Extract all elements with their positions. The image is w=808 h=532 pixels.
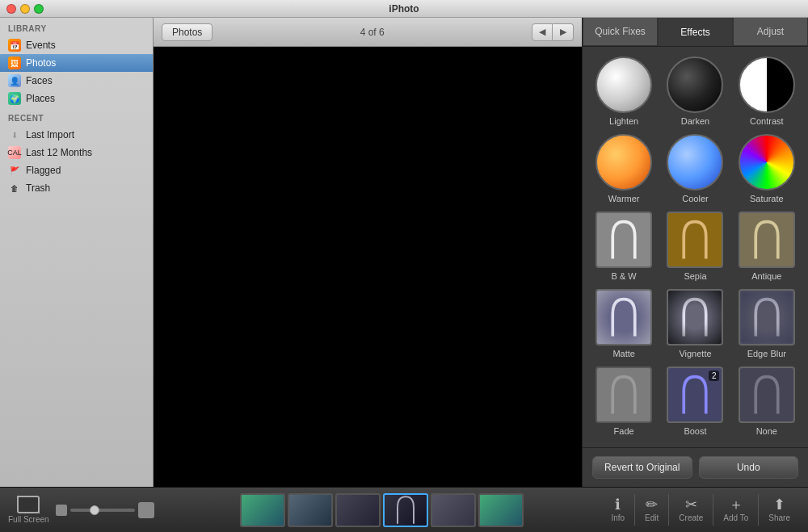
vignette-label: Vignette bbox=[679, 349, 711, 358]
contrast-label: Contrast bbox=[750, 116, 784, 126]
filmstrip-thumb-4[interactable] bbox=[383, 493, 428, 527]
tab-quick-fixes[interactable]: Quick Fixes bbox=[583, 18, 658, 46]
photos-nav-button[interactable]: Photos bbox=[162, 23, 213, 41]
fullscreen-button[interactable]: Full Screen bbox=[8, 496, 49, 524]
next-photo-button[interactable]: ▶ bbox=[553, 23, 574, 41]
sidebar-item-faces[interactable]: 👤 Faces bbox=[0, 72, 153, 90]
effect-none[interactable]: None bbox=[739, 367, 795, 436]
undo-button[interactable]: Undo bbox=[699, 456, 799, 479]
addto-label: Add To bbox=[723, 513, 748, 522]
sidebar-faces-label: Faces bbox=[26, 75, 53, 86]
bottom-left-controls: Full Screen bbox=[8, 496, 162, 524]
main-layout: LIBRARY 📅 Events 🖼 Photos 👤 Faces 🌍 Plac… bbox=[0, 18, 808, 487]
effect-saturate[interactable]: Saturate bbox=[739, 134, 795, 203]
effect-contrast[interactable]: Contrast bbox=[739, 57, 795, 126]
prev-photo-button[interactable]: ◀ bbox=[532, 23, 553, 41]
fullscreen-icon bbox=[17, 496, 40, 513]
sidebar-item-events[interactable]: 📅 Events bbox=[0, 36, 153, 54]
zoom-small-icon bbox=[56, 505, 67, 516]
sepia-thumb bbox=[667, 212, 723, 268]
effects-row-1: Lighten Darken Contrast bbox=[592, 57, 798, 126]
minimize-button[interactable] bbox=[20, 4, 30, 14]
none-label: None bbox=[756, 426, 777, 436]
maximize-button[interactable] bbox=[34, 4, 44, 14]
last12-icon: CAL bbox=[8, 146, 21, 159]
saturate-ball bbox=[739, 134, 795, 191]
close-button[interactable] bbox=[6, 4, 16, 14]
revert-button[interactable]: Revert to Original bbox=[592, 456, 692, 479]
zoom-slider[interactable] bbox=[70, 509, 135, 512]
effect-edgeblur[interactable]: Edge Blur bbox=[739, 289, 795, 358]
effects-panel: Lighten Darken Contrast Warmer bbox=[583, 47, 808, 447]
effect-cooler[interactable]: Cooler bbox=[667, 134, 723, 203]
create-button[interactable]: ✂ Create bbox=[669, 494, 713, 526]
library-label: LIBRARY bbox=[0, 18, 153, 36]
vignette-thumb bbox=[667, 289, 723, 346]
effect-matte[interactable]: Matte bbox=[595, 289, 652, 358]
sidebar: LIBRARY 📅 Events 🖼 Photos 👤 Faces 🌍 Plac… bbox=[0, 18, 154, 487]
fullscreen-label: Full Screen bbox=[8, 515, 49, 524]
effect-antique[interactable]: Antique bbox=[739, 212, 795, 281]
zoom-thumb[interactable] bbox=[90, 505, 99, 515]
sidebar-places-label: Places bbox=[26, 93, 55, 104]
sidebar-item-photos[interactable]: 🖼 Photos bbox=[0, 54, 153, 72]
import-icon: ⬇ bbox=[8, 128, 21, 141]
sidebar-item-places[interactable]: 🌍 Places bbox=[0, 90, 153, 107]
sidebar-lastimport-label: Last Import bbox=[26, 129, 74, 140]
filmstrip-thumb-2-inner bbox=[289, 495, 331, 526]
tab-bar: Quick Fixes Effects Adjust bbox=[583, 18, 808, 47]
addto-button[interactable]: ＋ Add To bbox=[713, 494, 759, 526]
effect-bw[interactable]: B & W bbox=[595, 212, 652, 281]
edgeblur-label: Edge Blur bbox=[747, 349, 786, 358]
filmstrip-thumb-2[interactable] bbox=[288, 493, 333, 527]
edit-button[interactable]: ✏ Edit bbox=[635, 494, 669, 526]
bottom-right-icons: ℹ Info ✏ Edit ✂ Create ＋ Add To ⬆ Share bbox=[601, 494, 800, 526]
bw-label: B & W bbox=[612, 271, 637, 281]
tab-adjust[interactable]: Adjust bbox=[733, 18, 808, 46]
sidebar-item-flagged[interactable]: 🚩 Flagged bbox=[0, 161, 153, 179]
filmstrip-thumb-5[interactable] bbox=[431, 493, 476, 527]
bottom-bar: Full Screen bbox=[0, 487, 808, 532]
lighten-ball bbox=[595, 57, 652, 113]
edit-label: Edit bbox=[645, 513, 659, 522]
sidebar-item-last-import[interactable]: ⬇ Last Import bbox=[0, 126, 153, 144]
info-button[interactable]: ℹ Info bbox=[601, 494, 635, 526]
antique-thumb bbox=[739, 212, 795, 268]
window-controls[interactable] bbox=[6, 4, 44, 14]
share-button[interactable]: ⬆ Share bbox=[759, 494, 800, 526]
sidebar-events-label: Events bbox=[26, 40, 56, 51]
effect-fade[interactable]: Fade bbox=[595, 367, 652, 436]
effect-warmer[interactable]: Warmer bbox=[595, 134, 652, 203]
photo-display bbox=[154, 47, 582, 487]
boost-label: Boost bbox=[684, 426, 706, 436]
darken-label: Darken bbox=[681, 116, 709, 126]
tab-effects[interactable]: Effects bbox=[658, 18, 733, 46]
matte-thumb bbox=[595, 289, 652, 346]
filmstrip-thumb-6[interactable] bbox=[478, 493, 524, 527]
sidebar-item-trash[interactable]: 🗑 Trash bbox=[0, 179, 153, 197]
trash-icon: 🗑 bbox=[8, 182, 21, 195]
lighten-label: Lighten bbox=[609, 116, 638, 126]
share-label: Share bbox=[768, 513, 790, 522]
matte-label: Matte bbox=[612, 349, 635, 358]
effect-vignette[interactable]: Vignette bbox=[667, 289, 723, 358]
effect-darken[interactable]: Darken bbox=[667, 57, 723, 126]
boost-thumb: 2 bbox=[667, 367, 723, 423]
effects-row-2: Warmer Cooler Saturate bbox=[592, 134, 798, 203]
sidebar-item-last-12-months[interactable]: CAL Last 12 Months bbox=[0, 144, 153, 161]
antique-label: Antique bbox=[751, 271, 781, 281]
saturate-label: Saturate bbox=[750, 194, 784, 203]
filmstrip-thumb-1[interactable] bbox=[240, 493, 285, 527]
app-title: iPhoto bbox=[389, 3, 419, 15]
cooler-label: Cooler bbox=[682, 194, 708, 203]
cooler-ball bbox=[667, 134, 723, 191]
fade-label: Fade bbox=[614, 426, 634, 436]
effect-boost[interactable]: 2 Boost bbox=[667, 367, 723, 436]
effect-lighten[interactable]: Lighten bbox=[595, 57, 652, 126]
photos-icon: 🖼 bbox=[8, 57, 21, 69]
filmstrip-thumb-3[interactable] bbox=[335, 493, 381, 527]
effect-sepia[interactable]: Sepia bbox=[667, 212, 723, 281]
share-icon: ⬆ bbox=[773, 497, 785, 512]
sidebar-photos-label: Photos bbox=[26, 57, 56, 69]
fade-thumb bbox=[595, 367, 652, 423]
